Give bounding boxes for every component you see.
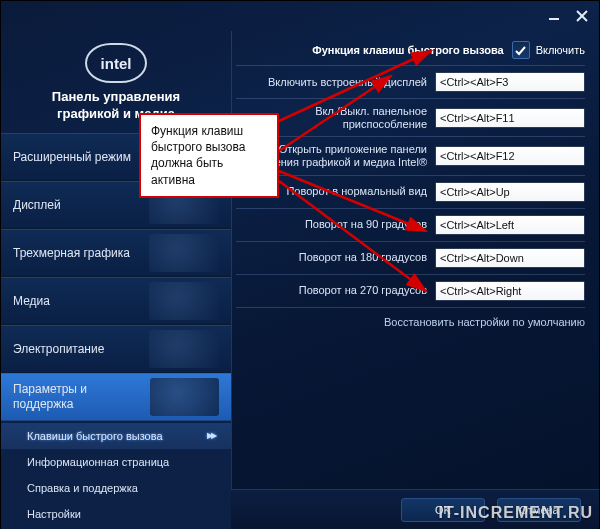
close-button[interactable] (575, 9, 589, 23)
hotkey-field-builtin-display[interactable]: <Ctrl><Alt>F3 (435, 72, 585, 92)
sidebar-item-label: Медиа (13, 294, 50, 308)
divider (236, 175, 585, 176)
sidebar-item-media[interactable]: Медиа (1, 277, 231, 325)
hotkey-field-rotate-90[interactable]: <Ctrl><Alt>Left (435, 215, 585, 235)
row-label: Включить встроенный дисплей (236, 76, 427, 89)
hotkey-row-panel-fit: Вкл./Выкл. панельное приспособление <Ctr… (236, 105, 585, 130)
svg-rect-0 (549, 18, 559, 20)
subitem-hotkeys[interactable]: Клавиши быстрого вызова (1, 423, 231, 449)
restore-defaults-link[interactable]: Восстановить настройки по умолчанию (236, 316, 585, 328)
hotkey-row-rotate-270: Поворот на 270 градусов <Ctrl><Alt>Right (236, 281, 585, 301)
panel-title-l1: Панель управления (52, 89, 180, 104)
divider (236, 208, 585, 209)
divider (236, 136, 585, 137)
hotkey-field-rotate-270[interactable]: <Ctrl><Alt>Right (435, 281, 585, 301)
subitem-help-support[interactable]: Справка и поддержка (1, 475, 231, 501)
sidebar-sublist: Клавиши быстрого вызова Информационная с… (1, 421, 231, 529)
intel-logo: intel (85, 43, 147, 83)
sidebar-item-label: Расширенный режим (13, 150, 131, 164)
subitem-info-page[interactable]: Информационная страница (1, 449, 231, 475)
hotkey-row-open-panel: Открыть приложение панели управления гра… (236, 143, 585, 168)
sidebar-thumb-power (149, 330, 219, 368)
hotkey-field-open-panel[interactable]: <Ctrl><Alt>F12 (435, 146, 585, 166)
sidebar-item-options-support[interactable]: Параметры и поддержка (1, 373, 231, 421)
sidebar-thumb-3d (149, 234, 219, 272)
hotkey-row-builtin-display: Включить встроенный дисплей <Ctrl><Alt>F… (236, 72, 585, 92)
sidebar-thumb-support (150, 378, 219, 416)
row-label: Поворот на 90 градусов (236, 218, 427, 231)
hotkey-row-rotate-90: Поворот на 90 градусов <Ctrl><Alt>Left (236, 215, 585, 235)
hotkey-field-rotate-180[interactable]: <Ctrl><Alt>Down (435, 248, 585, 268)
enable-hotkeys-group: Включить (512, 41, 585, 59)
hotkey-header-row: Функция клавиш быстрого вызова Включить (236, 41, 585, 59)
minimize-button[interactable] (547, 9, 561, 23)
sidebar-item-power[interactable]: Электропитание (1, 325, 231, 373)
annotation-tooltip: Функция клавиш быстрого вызова должна бы… (139, 113, 279, 198)
hotkey-header-label: Функция клавиш быстрого вызова (236, 44, 504, 57)
main-panel: Функция клавиш быстрого вызова Включить … (231, 31, 599, 489)
hotkey-row-rotate-normal: Поворот в нормальный вид <Ctrl><Alt>Up (236, 182, 585, 202)
enable-hotkeys-label: Включить (536, 44, 585, 56)
enable-hotkeys-checkbox[interactable] (512, 41, 530, 59)
hotkey-field-panel-fit[interactable]: <Ctrl><Alt>F11 (435, 108, 585, 128)
intel-graphics-panel-window: intel Панель управления графикой и медиа… (0, 0, 600, 529)
divider (236, 307, 585, 308)
sidebar-thumb-media (149, 282, 219, 320)
divider (236, 241, 585, 242)
hotkey-field-rotate-normal[interactable]: <Ctrl><Alt>Up (435, 182, 585, 202)
divider (236, 65, 585, 66)
sidebar-item-3d[interactable]: Трехмерная графика (1, 229, 231, 277)
divider (236, 274, 585, 275)
watermark: IT-INCREMENT.RU (438, 504, 593, 522)
subitem-settings[interactable]: Настройки (1, 501, 231, 527)
sidebar-item-label: Трехмерная графика (13, 246, 130, 260)
row-label: Поворот на 270 градусов (236, 284, 427, 297)
hotkey-row-rotate-180: Поворот на 180 градусов <Ctrl><Alt>Down (236, 248, 585, 268)
title-bar (1, 1, 599, 31)
row-label: Поворот на 180 градусов (236, 251, 427, 264)
sidebar: intel Панель управления графикой и медиа… (1, 31, 231, 489)
divider (236, 98, 585, 99)
sidebar-item-label: Параметры и поддержка (13, 382, 150, 411)
sidebar-item-label: Дисплей (13, 198, 61, 212)
sidebar-item-label: Электропитание (13, 342, 104, 356)
